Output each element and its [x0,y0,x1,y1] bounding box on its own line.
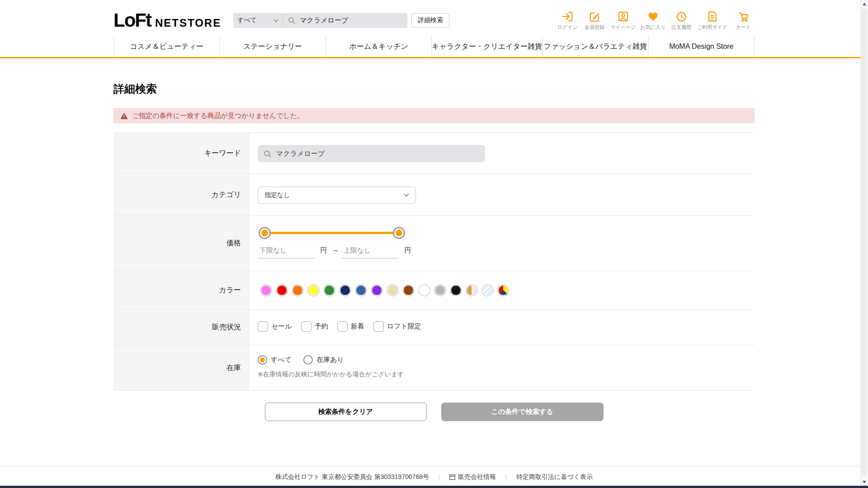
stock-all-radio[interactable] [258,355,267,365]
nav-item-character-goods[interactable]: キャラクター・クリエイター雑貨 [431,36,542,57]
price-range-separator: ～ [332,246,339,255]
color-swatch-brown[interactable] [402,284,415,296]
nav-item-moma[interactable]: MoMA Design Store [648,36,755,57]
price-max-input[interactable] [342,244,399,258]
price-slider [264,227,399,239]
utility-login[interactable]: ログイン [556,10,579,31]
page-scrollbar[interactable] [860,0,868,486]
company-info-icon [449,474,455,480]
color-swatch-pink[interactable] [260,284,272,296]
nav-item-home-kitchen[interactable]: ホーム＆キッチン [326,36,431,57]
price-min-unit: 円 [320,246,327,255]
search-icon [288,17,295,24]
utility-order-history[interactable]: 注文履歴 [670,10,693,31]
preorder-checkbox[interactable] [301,321,311,332]
price-slider-track[interactable] [264,232,399,234]
order-history-icon [675,10,687,23]
category-label: カテゴリ [113,174,250,216]
utility-guide[interactable]: ご利用ガイド [697,10,727,31]
status-option-new[interactable]: 新着 [337,321,364,332]
site-footer: 株式会社ロフト 東京都公安委員会 第303319700768号 販売会社情報 特… [0,466,868,488]
error-message: ご指定の条件に一致する商品が見つかりませんでした。 [132,112,304,120]
form-row-stock: 在庫 すべて 在庫あり ※在庫情報の反映に時間がかかる場合がございます [113,345,755,390]
stock-option-in-stock[interactable]: 在庫あり [303,355,344,365]
price-slider-max-handle[interactable] [393,227,405,239]
footer-link-company-info[interactable]: 販売会社情報 [449,473,496,481]
color-swatch-gray[interactable] [434,284,446,296]
warning-icon [120,113,128,119]
status-option-loft-limited[interactable]: ロフト限定 [373,321,421,332]
utility-cart[interactable]: カート [732,10,755,31]
stock-option-all[interactable]: すべて [258,355,292,365]
search-with-conditions-button[interactable]: この条件で検索する [441,403,604,421]
color-swatch-white[interactable] [418,284,430,296]
color-swatch-navy[interactable] [339,284,351,296]
search-category-value: すべて [237,16,257,24]
chevron-down-icon [404,193,409,197]
footer-divider [506,474,506,480]
price-slider-min-handle[interactable] [259,227,271,239]
in-stock-radio-label: 在庫あり [316,356,344,364]
search-category-select[interactable]: すべて [233,13,283,28]
status-option-preorder[interactable]: 予約 [301,321,328,332]
color-swatch-row [260,284,755,296]
utility-label: お気に入り [640,24,665,31]
form-row-price: 価格 円 ～ 円 [113,216,755,271]
keyword-label: キーワード [113,133,250,174]
new-checkbox[interactable] [337,321,348,332]
nav-item-cosmetics[interactable]: コスメ＆ビューティー [113,36,219,57]
no-results-error: ご指定の条件に一致する商品が見つかりませんでした。 [113,108,755,123]
loft-limited-checkbox[interactable] [373,321,384,332]
color-swatch-black[interactable] [450,284,462,296]
header-search-input[interactable] [299,16,402,25]
price-min-input[interactable] [258,244,315,258]
category-select-value: 指定なし [264,191,290,199]
stock-note: ※在庫情報の反映に時間がかかる場合がございます [258,371,755,379]
utility-mypage[interactable]: マイページ [610,10,636,31]
color-swatch-red[interactable] [276,284,288,296]
clear-conditions-button[interactable]: 検索条件をクリア [265,403,427,421]
header-search-bar: すべて [233,13,407,28]
footer-company-text: 株式会社ロフト 東京都公安委員会 第303319700768号 [275,473,429,481]
keyword-input[interactable] [275,150,479,158]
utility-favorites[interactable]: お気に入り [640,10,665,31]
color-swatch-beige[interactable] [387,284,399,296]
advanced-search-page: 詳細検索 ご指定の条件に一致する商品が見つかりませんでした。 キーワード カテゴ… [113,82,755,421]
color-swatch-green[interactable] [323,284,335,296]
scrollbar-thumb[interactable] [862,9,867,476]
footer-link-tokushoho[interactable]: 特定商取引法に基づく表示 [516,473,593,481]
site-header: LoFt NETSTORE すべて 詳細検索 ログイン 会員登録 [0,0,868,58]
form-row-category: カテゴリ 指定なし [113,174,755,216]
utility-register[interactable]: 会員登録 [583,10,606,31]
login-icon [561,10,574,23]
search-icon [264,150,271,158]
color-swatch-orange[interactable] [292,284,304,296]
color-swatch-blue[interactable] [355,284,367,296]
loft-logo[interactable]: LoFt NETSTORE [113,11,221,30]
color-swatch-purple[interactable] [371,284,383,296]
color-swatch-multi[interactable] [497,284,509,296]
color-swatch-yellow[interactable] [307,284,320,296]
advanced-search-button[interactable]: 詳細検索 [411,13,449,28]
scrollbar-up-arrow[interactable] [861,0,868,8]
in-stock-radio[interactable] [303,355,313,365]
main-nav: コスメ＆ビューティー ステーショナリー ホーム＆キッチン キャラクター・クリエイ… [113,36,755,57]
utility-label: マイページ [610,24,636,31]
color-swatch-clear[interactable] [481,284,494,296]
utility-label: 会員登録 [585,24,604,31]
category-select[interactable]: 指定なし [258,187,416,204]
utility-label: ログイン [557,24,578,31]
footer-link-label: 販売会社情報 [458,473,496,481]
status-option-sale[interactable]: セール [258,321,292,332]
brand-accent-line [0,57,868,58]
utility-label: カート [736,24,751,31]
color-swatch-gold-silver[interactable] [466,284,478,296]
form-row-status: 販売状況 セール 予約 新着 [113,310,755,345]
price-label: 価格 [113,216,250,271]
sale-checkbox[interactable] [258,321,268,332]
nav-item-fashion-variety[interactable]: ファッション＆バラエティ雑貨 [542,36,648,57]
nav-item-stationery[interactable]: ステーショナリー [219,36,325,57]
utility-label: ご利用ガイド [697,24,727,31]
scrollbar-down-arrow[interactable] [861,478,868,486]
new-checkbox-label: 新着 [351,322,364,331]
